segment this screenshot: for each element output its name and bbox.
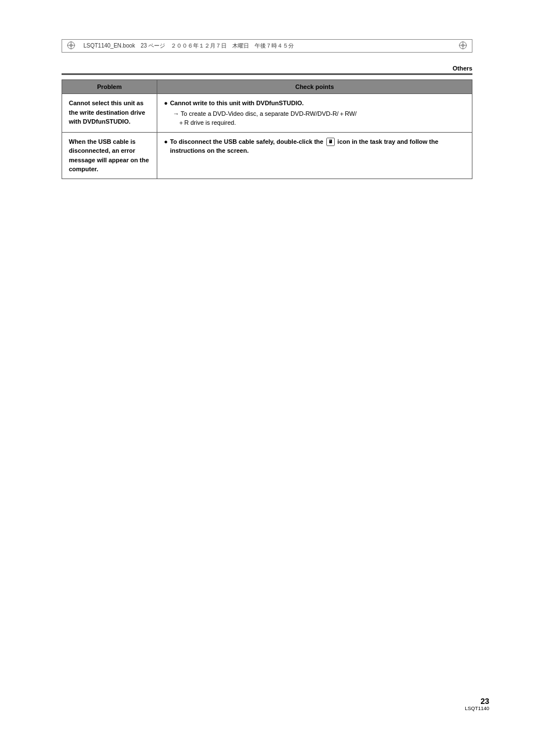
bullet-1: ● [164,98,168,108]
header-check: Check points [157,80,472,94]
problem-text-2: When the USB cable is disconnected, an e… [69,138,149,173]
main-content-table: Problem Check points Cannot select this … [62,79,472,179]
section-title-bar: Others [62,64,472,75]
table-row: Cannot select this unit as the write des… [62,94,472,133]
check-cell-1: ● Cannot write to this unit with DVDfunS… [157,94,472,133]
page-container: LSQT1140_EN.book 23 ページ ２００６年１２月７日 木曜日 午… [0,0,534,756]
problem-cell-2: When the USB cable is disconnected, an e… [62,132,157,179]
header-crosshair-left [67,41,76,51]
bullet-2: ● [164,137,168,156]
file-info-text: LSQT1140_EN.book 23 ページ ２００６年１２月７日 木曜日 午… [83,42,294,50]
page-number-area: 23 LSQT1140 [465,697,489,711]
table-row: When the USB cable is disconnected, an e… [62,132,472,179]
section-title: Others [453,65,472,72]
header-problem: Problem [62,80,157,94]
content-area: LSQT1140_EN.book 23 ページ ２００６年１２月７日 木曜日 午… [62,39,472,179]
check-subtext-1-1: → To create a DVD-Video disc, a separate… [164,109,465,128]
table-header-row: Problem Check points [62,80,472,94]
usb-icon: 🖥 [326,138,335,147]
check-item-1-1: ● Cannot write to this unit with DVDfunS… [164,98,465,108]
problem-cell-1: Cannot select this unit as the write des… [62,94,157,133]
check-cell-2: ● To disconnect the USB cable safely, do… [157,132,472,179]
file-header-bar: LSQT1140_EN.book 23 ページ ２００６年１２月７日 木曜日 午… [62,39,472,53]
check-text-1-1: Cannot write to this unit with DVDfunSTU… [170,98,304,108]
check-item-2-1: ● To disconnect the USB cable safely, do… [164,137,465,156]
header-crosshair-right [458,41,467,51]
problem-text-1: Cannot select this unit as the write des… [69,100,145,125]
check-text-2-1: To disconnect the USB cable safely, doub… [170,137,465,156]
footer: 23 LSQT1140 [45,697,489,711]
page-code: LSQT1140 [465,706,489,711]
page-number: 23 [465,697,489,706]
